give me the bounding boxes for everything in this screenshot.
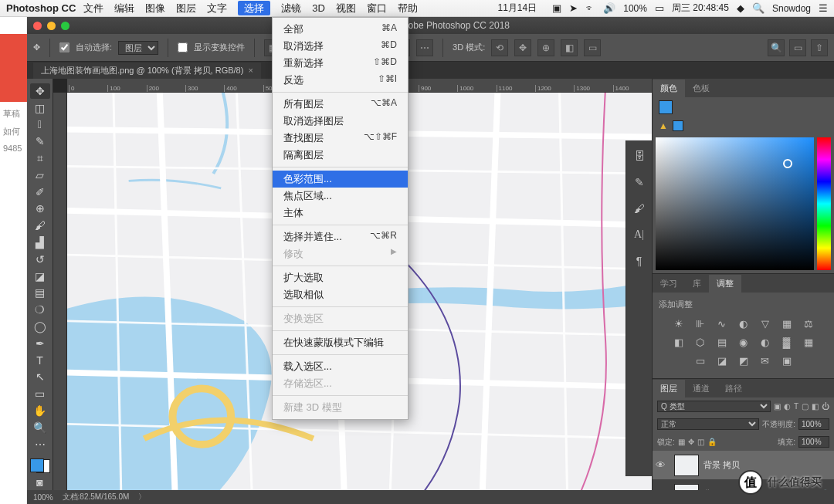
posterize-icon[interactable]: ▓ bbox=[779, 335, 795, 349]
gradient-tool[interactable]: ▤ bbox=[30, 286, 50, 301]
filter-icon[interactable]: ▢ bbox=[802, 402, 809, 411]
tab-adjustments[interactable]: 调整 bbox=[709, 275, 741, 293]
tab-color[interactable]: 颜色 bbox=[653, 79, 685, 97]
tab-paths[interactable]: 路径 bbox=[717, 380, 750, 397]
tab-layers[interactable]: 图层 bbox=[653, 380, 685, 397]
lock-position-icon[interactable]: ✥ bbox=[688, 438, 694, 446]
menu-3D[interactable]: 3D bbox=[312, 2, 325, 14]
quickselect-tool[interactable]: ✎ bbox=[30, 134, 50, 149]
3d-pan-icon[interactable]: ✥ bbox=[514, 39, 531, 56]
adj-icon[interactable]: ✉ bbox=[758, 353, 773, 367]
location-icon[interactable]: ➤ bbox=[569, 2, 578, 14]
menubar-user[interactable]: Snowdog bbox=[772, 3, 811, 14]
adj-icon[interactable]: ◩ bbox=[736, 353, 751, 367]
menu-item[interactable]: 重新选择⇧⌘D bbox=[273, 55, 408, 72]
quickmask-tool[interactable]: ◙ bbox=[30, 475, 50, 490]
zoom-button[interactable] bbox=[61, 22, 70, 30]
history-brush-tool[interactable]: ↺ bbox=[30, 252, 50, 267]
wifi-icon[interactable]: ᯤ bbox=[585, 2, 595, 14]
history-icon[interactable]: 🗄 bbox=[630, 147, 649, 165]
document-tab[interactable]: 上海地图装饰画地图.png @ 100% (背景 拷贝, RGB/8)× bbox=[33, 63, 261, 79]
filter-icon[interactable]: ◧ bbox=[812, 402, 819, 411]
shape-tool[interactable]: ▭ bbox=[30, 386, 50, 401]
3d-icon[interactable]: ◧ bbox=[561, 39, 578, 56]
tab-learn[interactable]: 学习 bbox=[653, 275, 685, 293]
lock-pixels-icon[interactable]: ▦ bbox=[678, 438, 685, 446]
filter-icon[interactable]: T bbox=[794, 402, 798, 411]
menu-文件[interactable]: 文件 bbox=[83, 2, 103, 14]
dodge-tool[interactable]: ◯ bbox=[30, 319, 50, 334]
menu-item[interactable]: 载入选区... bbox=[273, 358, 408, 375]
menu-item[interactable]: 主体 bbox=[273, 205, 408, 222]
filter-select[interactable]: Q 类型 bbox=[657, 401, 771, 412]
menu-item[interactable]: 扩大选取 bbox=[273, 269, 408, 286]
menu-图层[interactable]: 图层 bbox=[176, 2, 196, 14]
transform-checkbox[interactable] bbox=[178, 42, 188, 52]
menu-item[interactable]: 选择并遮住...⌥⌘R bbox=[273, 228, 408, 245]
menu-编辑[interactable]: 编辑 bbox=[114, 2, 134, 14]
lasso-tool[interactable]: 𓍯 bbox=[30, 117, 50, 133]
move-tool-icon[interactable]: ✥ bbox=[33, 42, 40, 52]
tab-swatches[interactable]: 色板 bbox=[685, 79, 717, 97]
move-tool[interactable]: ✥ bbox=[30, 83, 50, 99]
healing-tool[interactable]: ⊕ bbox=[30, 201, 50, 217]
ps-titlebar[interactable]: Adobe Photoshop CC 2018 bbox=[27, 17, 834, 34]
bw-icon[interactable]: ◧ bbox=[671, 335, 687, 349]
frame-tool[interactable]: ▱ bbox=[30, 167, 50, 183]
exposure-icon[interactable]: ◐ bbox=[736, 316, 751, 330]
visibility-icon[interactable]: 👁 bbox=[656, 459, 670, 471]
brushes-icon[interactable]: 🖌 bbox=[630, 199, 649, 218]
spotlight-icon[interactable]: 🔍 bbox=[752, 2, 764, 14]
volume-icon[interactable]: 🔊 bbox=[603, 2, 615, 14]
more-icon[interactable]: ⋯ bbox=[416, 39, 433, 56]
menu-item[interactable]: 所有图层⌥⌘A bbox=[273, 96, 408, 113]
menu-滤镜[interactable]: 滤镜 bbox=[281, 2, 301, 14]
menu-图像[interactable]: 图像 bbox=[145, 2, 165, 14]
color-lookup-icon[interactable]: ◉ bbox=[736, 335, 751, 349]
menu-item[interactable]: 取消选择图层 bbox=[273, 113, 408, 130]
brightness-icon[interactable]: ☀ bbox=[671, 316, 687, 330]
close-tab-icon[interactable]: × bbox=[248, 66, 253, 75]
pen-tool[interactable]: ✒ bbox=[30, 336, 50, 351]
zoom-tool[interactable]: 🔍 bbox=[30, 420, 50, 435]
notifications-icon[interactable]: ☰ bbox=[819, 2, 828, 14]
vibrance-icon[interactable]: ▽ bbox=[758, 316, 773, 330]
tab-libraries[interactable]: 库 bbox=[685, 275, 709, 293]
selective-color-icon[interactable]: ◪ bbox=[714, 353, 730, 367]
brush-settings-icon[interactable]: ✎ bbox=[630, 173, 649, 191]
menu-帮助[interactable]: 帮助 bbox=[398, 2, 418, 14]
menu-item[interactable]: 取消选择⌘D bbox=[273, 38, 408, 55]
curves-icon[interactable]: ∿ bbox=[714, 316, 730, 330]
autoselect-checkbox[interactable] bbox=[59, 42, 70, 52]
paragraph-icon[interactable]: ¶ bbox=[630, 252, 649, 270]
menu-item[interactable]: 查找图层⌥⇧⌘F bbox=[273, 130, 408, 147]
menu-item[interactable]: 色彩范围... bbox=[273, 171, 408, 188]
lock-all-icon[interactable]: 🔒 bbox=[707, 438, 717, 446]
workspace-icon[interactable]: ▭ bbox=[789, 39, 806, 56]
colorbalance-icon[interactable]: ⚖ bbox=[801, 316, 816, 330]
hue-icon[interactable]: ▦ bbox=[779, 316, 795, 330]
close-button[interactable] bbox=[33, 22, 42, 30]
photo-filter-icon[interactable]: ⬡ bbox=[693, 335, 708, 349]
adj-icon[interactable]: ▣ bbox=[779, 353, 795, 367]
doc-size[interactable]: 文档:82.5M/165.0M bbox=[63, 492, 130, 502]
menu-item[interactable]: 焦点区域... bbox=[273, 188, 408, 205]
3d-icon[interactable]: ⊕ bbox=[537, 39, 554, 56]
brush-tool[interactable]: 🖌 bbox=[30, 218, 50, 233]
edit-toolbar[interactable]: ⋯ bbox=[30, 437, 50, 452]
lock-artboard-icon[interactable]: ◫ bbox=[697, 438, 704, 446]
stamp-tool[interactable]: ▟ bbox=[30, 235, 50, 250]
filter-toggle[interactable]: ⏻ bbox=[822, 402, 829, 411]
fg-swatch[interactable] bbox=[659, 100, 673, 114]
levels-icon[interactable]: ⊪ bbox=[693, 316, 708, 330]
marquee-tool[interactable]: ◫ bbox=[30, 100, 50, 116]
menu-item[interactable]: 选取相似 bbox=[273, 286, 408, 303]
color-field[interactable] bbox=[656, 137, 814, 270]
display-icon[interactable]: ▣ bbox=[552, 2, 561, 14]
path-tool[interactable]: ↖ bbox=[30, 370, 50, 385]
bg-swatch[interactable] bbox=[673, 120, 683, 131]
menu-item[interactable]: 全部⌘A bbox=[273, 21, 408, 38]
hand-tool[interactable]: ✋ bbox=[30, 403, 50, 418]
battery-icon[interactable]: ▭ bbox=[655, 2, 664, 14]
fill-input[interactable]: 100% bbox=[798, 436, 829, 448]
